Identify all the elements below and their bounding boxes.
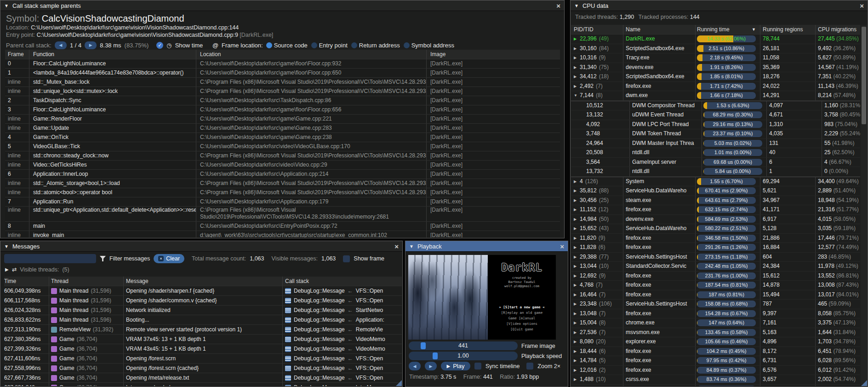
cpu-process-row[interactable]: ▶23,348(106)ServiceHub.SettingsHost158.0… bbox=[571, 300, 860, 309]
cpu-process-row[interactable]: ▶12,016(2)firefox.exe84.89 ms (0.37%)6,5… bbox=[571, 366, 860, 375]
expand-icon[interactable]: ▶ bbox=[574, 337, 577, 347]
expand-icon[interactable]: ▶ bbox=[574, 356, 577, 365]
cpu-process-row[interactable]: ▶11,828(6)firefox.exe291.26 ms (1.26%)16… bbox=[571, 243, 860, 253]
cpu-process-row[interactable]: 3,748DWM Token Thread23.37 ms (0.10%)4,0… bbox=[571, 129, 860, 139]
callstack-table-row[interactable]: 5VideoGLBase::TickC:\Users\wolf\Desktop\… bbox=[5, 142, 560, 151]
callstack-table-row[interactable]: inlinestd::chrono::steady_clock::nowC:\P… bbox=[5, 151, 560, 161]
message-row[interactable]: 627,831,246nsGame(36,704)Intro menu load… bbox=[4, 383, 402, 386]
expand-icon[interactable]: ▶ bbox=[574, 205, 577, 214]
cpu-process-row[interactable]: ▶31,340(75)devenv.exe1.91 s (8.26%)35,36… bbox=[571, 63, 860, 73]
callstack-cell[interactable]: DebugLog::Message←VFS::Open bbox=[283, 286, 402, 295]
message-row[interactable]: 627,558,996nsGame(36,704)Opening /forest… bbox=[4, 364, 402, 373]
column-header-running-time[interactable]: Running time ▼ bbox=[696, 25, 760, 34]
next-button[interactable]: ▶ bbox=[85, 41, 97, 49]
column-header-frame[interactable]: Frame bbox=[5, 50, 29, 59]
close-icon[interactable]: × bbox=[860, 2, 864, 9]
expand-icon[interactable]: ▶ bbox=[574, 366, 577, 375]
callstack-table-row[interactable]: inlineinvoke_maind:\agent\_work\63\s\src… bbox=[5, 231, 560, 237]
resize-grip[interactable] bbox=[861, 380, 867, 386]
callstack-table-row[interactable]: inlinestd::_Atomic_storage<bool,1>::load… bbox=[5, 179, 560, 188]
cpu-process-row[interactable]: ▶15,652(43)ServiceHub.DataWareho580.22 m… bbox=[571, 224, 860, 234]
cpu-process-row[interactable]: ▶15,004(8)chrome.exe147 ms (0.64%)7,1613… bbox=[571, 318, 860, 328]
callstack-cell[interactable]: DebugLog::Message←IntroMenu:: bbox=[283, 383, 402, 386]
callstack-table-row[interactable]: inlinestd::unique_lock<std::mutex>::lock… bbox=[5, 87, 560, 96]
cpu-process-row[interactable]: ▶11,820(9)firefox.exe346.58 ms (1.50%)21… bbox=[571, 234, 860, 243]
expand-icon[interactable]: ▶ bbox=[574, 290, 577, 300]
zoom-checkbox[interactable] bbox=[526, 363, 533, 370]
cpu-process-row[interactable]: 4,092DWM LPC Port Thread29.16 ms (0.13%)… bbox=[571, 120, 860, 130]
expand-icon[interactable]: ▶ bbox=[574, 318, 577, 328]
clear-button[interactable]: × Clear bbox=[154, 254, 184, 263]
callstack-cell[interactable]: DebugLog::Message←StartNetwo bbox=[283, 306, 402, 315]
callstack-cell[interactable]: DebugLog::Message←VFS::Open bbox=[283, 354, 402, 363]
expand-icon[interactable]: ▶ bbox=[574, 328, 577, 337]
column-header-message[interactable]: Message bbox=[124, 277, 283, 286]
cpu-process-row[interactable]: ▼7,144(8)dwm.exe1.66 s (7.18%)14,2918,21… bbox=[571, 91, 860, 101]
close-icon[interactable]: × bbox=[560, 243, 564, 250]
cpu-process-row[interactable]: ▶22,396(49)DarkRL.exe14.33 s (62.06%)78,… bbox=[571, 35, 860, 44]
callstack-table-row[interactable]: 4Game::OnTickC:\Users\wolf\Desktop\darkr… bbox=[5, 133, 560, 142]
radio-source-code[interactable] bbox=[266, 42, 272, 48]
message-row[interactable]: 627,313,190nsRemoteView(31,392)Remote vi… bbox=[4, 325, 402, 335]
callstack-table-row[interactable]: inlineGame::RenderFloorC:\Users\wolf\Des… bbox=[5, 115, 560, 124]
radio-symbol-address[interactable] bbox=[404, 42, 410, 48]
cpu-process-row[interactable]: ▶30,456(25)steam.exe643.61 ms (2.79%)34,… bbox=[571, 196, 860, 206]
message-row[interactable]: 627,667,736nsGame(36,704)Opening /meta/r… bbox=[4, 373, 402, 383]
expand-icon[interactable]: ▶ bbox=[574, 243, 577, 252]
step-back-button[interactable]: ◀ bbox=[409, 362, 421, 370]
cpu-process-row[interactable]: ▶8,080(20)explorer.exe105.66 ms (0.46%)4… bbox=[571, 337, 860, 347]
message-row[interactable]: 627,411,606nsGame(36,704)Opening /forest… bbox=[4, 354, 402, 364]
expand-icon[interactable]: ▶ bbox=[574, 375, 577, 384]
cpu-process-row[interactable]: 20,508ntdll.dll1.01 ms (0.00%)4025 (62.5… bbox=[571, 148, 860, 158]
prev-button[interactable]: ◀ bbox=[55, 41, 67, 49]
collapse-icon[interactable]: ▼ bbox=[409, 244, 414, 249]
expand-icon[interactable]: ▶ bbox=[5, 267, 9, 272]
column-header-image[interactable]: Image bbox=[427, 50, 560, 59]
column-header-location[interactable]: Location bbox=[196, 50, 427, 59]
filter-input[interactable] bbox=[4, 254, 96, 263]
expand-icon[interactable]: ▶ bbox=[574, 262, 577, 271]
callstack-cell[interactable]: DebugLog::Message←VideoMemo bbox=[283, 335, 402, 344]
show-time-checkbox[interactable]: ✓ bbox=[156, 42, 163, 49]
expand-icon[interactable]: ▶ bbox=[574, 53, 577, 63]
expand-icon[interactable]: ▶ bbox=[574, 281, 577, 290]
callstack-cell[interactable]: DebugLog::Message←VideoMemo bbox=[283, 344, 402, 353]
expand-icon[interactable]: ▶ bbox=[574, 300, 577, 309]
collapse-icon[interactable]: ▼ bbox=[574, 91, 577, 100]
scrollbar-thumb[interactable] bbox=[862, 27, 866, 124]
speed-slider[interactable]: 1.00 bbox=[409, 352, 518, 360]
cpu-process-row[interactable]: ▶4,768(7)firefox.exe187.54 ms (0.81%)14,… bbox=[571, 281, 860, 290]
cpu-process-row[interactable]: ▶16,464(7)firefox.exe187 ms (0.81%)15,49… bbox=[571, 290, 860, 300]
cpu-process-row[interactable]: ▶29,388(77)ServiceHub.SettingsHost273.15… bbox=[571, 253, 860, 262]
cpu-process-row[interactable]: 13,132uDWM Event Thread68.29 ms (0.30%)4… bbox=[571, 110, 860, 120]
show-frame-checkbox[interactable] bbox=[343, 255, 350, 262]
callstack-table-row[interactable]: 0Floor::CalcLightNoLuminanceC:\Users\wol… bbox=[5, 59, 560, 69]
callstack-table-row[interactable]: inlinestd::_Mutex_base::lockC:\Program F… bbox=[5, 78, 560, 87]
callstack-cell[interactable]: DebugLog::Message←VFS::Open bbox=[283, 373, 402, 382]
cpu-process-row[interactable]: 13,732ntdll.dll5.84 us (0.00%)10 (0.00%) bbox=[571, 167, 860, 177]
collapse-icon[interactable]: ▼ bbox=[4, 244, 9, 249]
cpu-process-row[interactable]: ▶11,152(12)firefox.exe632.15 ms (2.74%)4… bbox=[571, 205, 860, 215]
cpu-process-row[interactable]: ▶4(126)System1.55 s (6.70%)69,29434,400 … bbox=[571, 177, 860, 187]
column-header-function[interactable]: Function bbox=[29, 50, 196, 59]
callstack-table-row[interactable]: 7Application::RunC:\Users\wolf\Desktop\d… bbox=[5, 197, 560, 207]
cpu-process-row[interactable]: ▶2,492(7)firefox.exe1.71 s (7.42%)24,022… bbox=[571, 82, 860, 92]
collapse-icon[interactable]: ▼ bbox=[574, 3, 579, 8]
callstack-table-row[interactable]: 1<lambda_84a19dc444fae966ca174e83e708bdc… bbox=[5, 69, 560, 78]
collapse-icon[interactable]: ▼ bbox=[4, 3, 9, 8]
cpu-process-row[interactable]: 24,964DWM Master Input Threa5.03 ms (0.0… bbox=[571, 139, 860, 149]
expand-icon[interactable]: ▶ bbox=[574, 44, 577, 53]
message-row[interactable]: 606,117,568nsMain thread(31,596)Opening … bbox=[4, 296, 402, 306]
callstack-table-row[interactable]: 8mainC:\Users\wolf\Desktop\darkrl\src\En… bbox=[5, 222, 560, 231]
callstack-table-row[interactable]: 3Floor::CalcLightNoLuminanceC:\Users\wol… bbox=[5, 105, 560, 115]
expand-icon[interactable]: ▶ bbox=[574, 215, 577, 224]
resize-grip[interactable] bbox=[396, 380, 402, 386]
cpu-process-row[interactable]: ▶35,812(88)ServiceHub.DataWareho670.41 m… bbox=[571, 186, 860, 196]
callstack-table-row[interactable]: inlinestd::unique_ptr<Application,std::d… bbox=[5, 207, 560, 222]
callstack-cell[interactable]: DebugLog::Message←RemoteVie bbox=[283, 325, 402, 334]
cpu-process-row[interactable]: ▶12,692(9)firefox.exe231.76 ms (1.00%)15… bbox=[571, 271, 860, 281]
radio-entry-point[interactable] bbox=[311, 42, 317, 48]
column-header-thread[interactable]: Thread bbox=[49, 277, 124, 286]
cpu-process-row[interactable]: ▶13,044(10)StandardCollector.Servic242.4… bbox=[571, 262, 860, 271]
vertical-scrollbar[interactable] bbox=[861, 25, 867, 386]
